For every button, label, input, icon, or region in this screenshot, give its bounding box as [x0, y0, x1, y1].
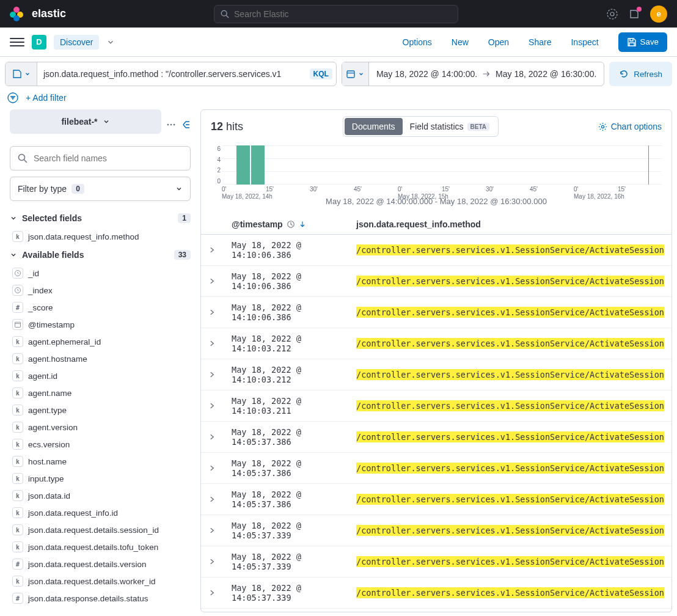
expand-row-button[interactable]	[201, 578, 224, 609]
sidebar-settings-icon[interactable]	[166, 120, 176, 130]
field-item[interactable]: #json.data.response.details.status	[10, 590, 191, 607]
notification-dot-icon	[637, 7, 642, 12]
field-name: json.data.request.details.tofu_token	[28, 543, 158, 552]
chart-options-label: Chart options	[611, 122, 662, 131]
sort-desc-icon[interactable]	[299, 221, 306, 228]
field-name: host.name	[28, 457, 67, 466]
global-search-input[interactable]	[234, 9, 452, 19]
filter-by-type[interactable]: Filter by type 0	[10, 177, 191, 201]
field-search-input[interactable]	[34, 153, 183, 163]
field-type-icon: k	[12, 370, 23, 381]
expand-row-button[interactable]	[201, 391, 224, 422]
field-type-icon: k	[12, 231, 23, 242]
available-fields-header[interactable]: Available fields 33	[10, 245, 191, 265]
newsfeed-icon[interactable]	[628, 8, 640, 20]
query-text[interactable]: json.data.request_info.method : "/contro…	[37, 62, 310, 86]
field-item[interactable]: kjson.data.request_info.id	[10, 504, 191, 521]
cell-method: /controller.servers.services.v1.SessionS…	[349, 453, 672, 484]
tab-field-statistics[interactable]: Field statistics BETA	[403, 118, 497, 135]
nav-options[interactable]: Options	[403, 37, 432, 47]
field-type-icon	[12, 268, 23, 279]
field-item[interactable]: kagent.ephemeral_id	[10, 333, 191, 350]
save-button[interactable]: Save	[618, 32, 667, 52]
histogram-bar[interactable]	[251, 145, 265, 185]
app-name-pill[interactable]: Discover	[54, 35, 99, 50]
expand-row-button[interactable]	[201, 266, 224, 297]
chart-options-button[interactable]: Chart options	[598, 122, 662, 131]
histogram[interactable]: 6420 0'15'30'45'0'15'30'45'0'15' May 18,…	[201, 143, 672, 215]
cell-method: /controller.servers.services.v1.SessionS…	[349, 422, 672, 453]
field-item[interactable]: _id	[10, 265, 191, 282]
nav-new[interactable]: New	[452, 37, 469, 47]
date-range[interactable]: May 18, 2022 @ 14:00:00. May 18, 2022 @ …	[369, 62, 604, 86]
filter-menu-icon[interactable]	[7, 92, 18, 103]
expand-row-button[interactable]	[201, 546, 224, 578]
add-filter-button[interactable]: + Add filter	[26, 93, 67, 103]
chevron-down-icon	[10, 215, 17, 222]
nav-share[interactable]: Share	[529, 37, 551, 47]
field-item[interactable]: kagent.hostname	[10, 350, 191, 367]
chevron-down-icon	[103, 118, 110, 125]
query-input[interactable]: json.data.request_info.method : "/contro…	[5, 62, 337, 86]
field-item[interactable]: khost.name	[10, 453, 191, 470]
field-item[interactable]: kagent.version	[10, 419, 191, 436]
expand-row-button[interactable]	[201, 484, 224, 515]
field-search[interactable]	[10, 146, 191, 170]
field-item[interactable]: kagent.id	[10, 367, 191, 384]
field-item[interactable]: kecs.version	[10, 436, 191, 453]
sidebar-collapse-icon[interactable]	[181, 120, 191, 130]
refresh-button[interactable]: Refresh	[609, 62, 672, 86]
selected-fields-header[interactable]: Selected fields 1	[10, 208, 191, 228]
tab-field-stats-label: Field statistics	[410, 122, 464, 131]
date-quick-button[interactable]	[342, 62, 369, 86]
field-item[interactable]: kjson.data.request.details.worker_id	[10, 573, 191, 590]
field-type-icon: k	[12, 524, 23, 535]
table-row: May 18, 2022 @ 14:05:37.339/controller.s…	[201, 515, 672, 546]
svg-point-7	[167, 124, 169, 126]
field-item[interactable]: kjson.data.id	[10, 487, 191, 504]
field-name: json.data.id	[28, 491, 70, 501]
global-search[interactable]	[214, 5, 458, 23]
expand-row-button[interactable]	[201, 422, 224, 453]
user-avatar[interactable]: e	[650, 6, 667, 23]
field-item[interactable]: kinput.type	[10, 470, 191, 487]
expand-row-button[interactable]	[201, 453, 224, 484]
nav-open[interactable]: Open	[488, 37, 509, 47]
date-picker[interactable]: May 18, 2022 @ 14:00:00. May 18, 2022 @ …	[342, 62, 604, 86]
help-icon[interactable]	[606, 8, 618, 20]
saved-query-button[interactable]	[5, 62, 37, 86]
expand-row-button[interactable]	[201, 297, 224, 328]
col-method[interactable]: json.data.request_info.method	[349, 215, 672, 235]
expand-row-button[interactable]	[201, 328, 224, 359]
svg-point-9	[174, 124, 175, 126]
expand-row-button[interactable]	[201, 515, 224, 546]
expand-row-button[interactable]	[201, 359, 224, 391]
field-item[interactable]: @timestamp	[10, 316, 191, 333]
available-fields-count: 33	[174, 250, 191, 260]
field-item[interactable]: kjson.data.request.details.tofu_token	[10, 538, 191, 556]
index-pattern-label: filebeat-*	[61, 117, 97, 127]
field-item[interactable]: kagent.type	[10, 402, 191, 419]
field-item[interactable]: kagent.name	[10, 384, 191, 402]
histogram-bar[interactable]	[236, 145, 250, 185]
field-item[interactable]: _index	[10, 282, 191, 299]
field-type-icon: k	[12, 456, 23, 467]
col-timestamp[interactable]: @timestamp	[232, 219, 283, 229]
table-row: May 18, 2022 @ 14:10:03.212/controller.s…	[201, 328, 672, 359]
field-item[interactable]: #json.data.request.details.version	[10, 556, 191, 573]
index-pattern-selector[interactable]: filebeat-*	[10, 109, 161, 134]
query-lang-badge[interactable]: KQL	[310, 68, 332, 79]
field-item[interactable]: kjson.data.request_info.method	[10, 228, 191, 245]
field-item[interactable]: #_score	[10, 299, 191, 316]
nav-inspect[interactable]: Inspect	[571, 37, 598, 47]
tab-documents[interactable]: Documents	[345, 118, 403, 135]
cell-timestamp: May 18, 2022 @ 14:05:37.339	[224, 546, 349, 578]
breadcrumb-chevron-icon[interactable]	[106, 38, 115, 46]
nav-toggle-icon[interactable]	[10, 35, 24, 50]
expand-row-button[interactable]	[201, 235, 224, 266]
refresh-icon	[619, 69, 629, 79]
field-name: _score	[28, 303, 53, 312]
available-fields-label: Available fields	[22, 250, 169, 260]
filter-bar: + Add filter	[0, 86, 677, 109]
field-item[interactable]: kjson.data.request.details.session_id	[10, 521, 191, 538]
